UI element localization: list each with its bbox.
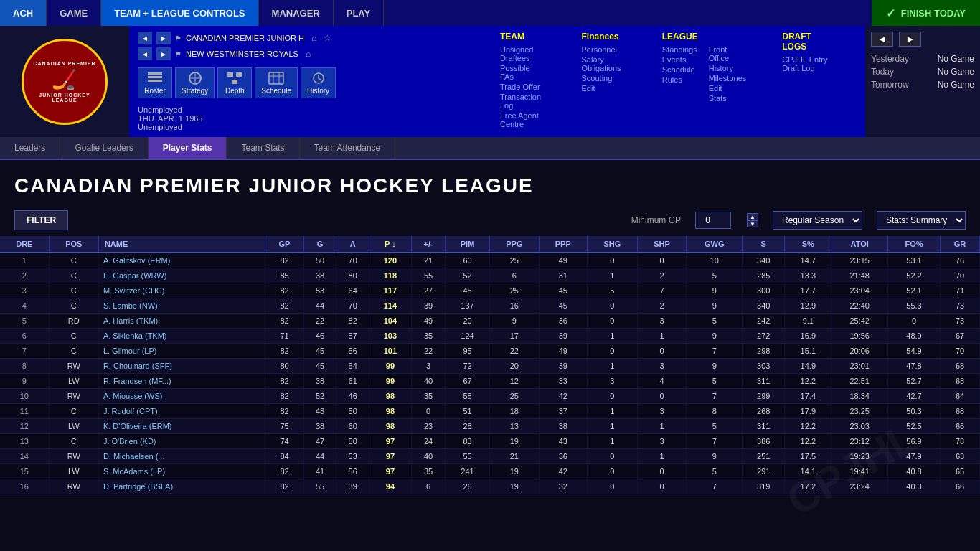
col-plusminus[interactable]: +/-	[411, 236, 446, 253]
salary-obligations-item[interactable]: Salary Obligations	[582, 55, 626, 73]
col-name[interactable]: NAME	[98, 236, 265, 253]
stats-scroll-area[interactable]: DRE POS NAME GP G A P ↓ +/- PIM PPG PPP …	[0, 236, 980, 494]
col-pim[interactable]: PIM	[446, 236, 489, 253]
tab-team-stats[interactable]: Team Stats	[227, 137, 299, 159]
free-agent-centre-item[interactable]: Free Agent Centre	[500, 110, 546, 129]
scouting-item[interactable]: Scouting	[582, 73, 626, 83]
trade-offer-item[interactable]: Trade Offer	[500, 82, 546, 92]
stat-cell: 49	[411, 314, 446, 329]
strategy-button[interactable]: Strategy	[175, 67, 215, 98]
col-gwg[interactable]: GWG	[687, 236, 743, 253]
filter-button[interactable]: FILTER	[14, 210, 68, 230]
svg-rect-0	[148, 72, 162, 75]
col-gr[interactable]: GR	[941, 236, 980, 253]
home-icon1[interactable]: ⌂	[311, 33, 316, 43]
col-p[interactable]: P ↓	[369, 236, 412, 253]
table-row[interactable]: 12LWK. D'Oliveira (ERM)75386098232813381…	[0, 419, 980, 434]
table-row[interactable]: 15LWS. McAdams (LP)824156973524119420052…	[0, 464, 980, 479]
back-button2[interactable]: ◄	[138, 47, 152, 60]
front-office-item[interactable]: Front Office	[709, 44, 747, 63]
tab-team-attendance[interactable]: Team Attendance	[300, 137, 396, 159]
min-gp-input[interactable]	[695, 212, 731, 229]
schedule-prev-button[interactable]: ◄	[871, 32, 893, 47]
bookmark-icon1[interactable]: ☆	[324, 33, 331, 43]
stat-cell: 1	[587, 359, 638, 374]
table-row[interactable]: 11CJ. Rudolf (CPT)8248509805118371382681…	[0, 404, 980, 419]
gp-down-button[interactable]: ▼	[747, 220, 758, 227]
stats-item[interactable]: Stats	[709, 93, 747, 103]
stat-cell: 49	[539, 253, 587, 268]
possible-fas-item[interactable]: Possible FAs	[500, 63, 546, 82]
table-row[interactable]: 10RWA. Miousse (WS)825246983558254200729…	[0, 389, 980, 404]
personnel-item[interactable]: Personnel	[582, 44, 626, 55]
table-row[interactable]: 14RWD. Michaelsen (...844453974055213601…	[0, 449, 980, 464]
season-dropdown[interactable]: Regular Season Playoffs All	[773, 211, 862, 230]
home-icon2[interactable]: ⌂	[306, 49, 311, 59]
forward-button2[interactable]: ►	[156, 47, 171, 60]
tab-leaders[interactable]: Leaders	[0, 137, 60, 159]
col-ppp[interactable]: PPP	[539, 236, 587, 253]
table-row[interactable]: 8RWR. Chouinard (SFF)8045549937220391393…	[0, 359, 980, 374]
unsigned-draftees-item[interactable]: Unsigned Draftees	[500, 44, 546, 63]
nav-game[interactable]: GAME	[47, 0, 101, 26]
team-menu: TEAM Unsigned Draftees Possible FAs Trad…	[500, 32, 546, 131]
col-a[interactable]: A	[336, 236, 369, 253]
table-row[interactable]: 13CJ. O'Brien (KD)7447509724831943137386…	[0, 434, 980, 449]
table-row[interactable]: 4CS. Lambe (NW)8244701143913716450293401…	[0, 298, 980, 314]
league-history-item[interactable]: History	[709, 63, 747, 73]
table-row[interactable]: 1CA. Galitskov (ERM)82507012021602549001…	[0, 253, 980, 268]
tab-goalie-leaders[interactable]: Goalie Leaders	[60, 137, 148, 159]
stats-type-dropdown[interactable]: Stats: Summary Stats: Detailed Stats: Go…	[877, 211, 966, 230]
nav-manager[interactable]: MANAGER	[259, 0, 334, 26]
transaction-log-item[interactable]: Transaction Log	[500, 92, 546, 110]
tomorrow-label: Tomorrow	[871, 80, 909, 90]
cpjhl-draft-log-item[interactable]: CPJHL Entry Draft Log	[782, 55, 838, 73]
stat-cell: 53	[336, 449, 369, 464]
table-row[interactable]: 2CE. Gaspar (WRW)85388011855526311252851…	[0, 268, 980, 283]
schedule-button[interactable]: Schedule	[255, 67, 298, 98]
team2-link[interactable]: NEW WESTMINSTER ROYALS	[186, 50, 298, 58]
team1-link[interactable]: CANADIAN PREMIER JUNIOR H	[186, 34, 304, 42]
stat-cell: RD	[49, 314, 98, 329]
schedule-next-button[interactable]: ►	[899, 32, 921, 47]
milestones-item[interactable]: Milestones	[709, 73, 747, 83]
table-row[interactable]: 3CM. Switzer (CHC)8253641172745254557930…	[0, 283, 980, 298]
col-shp[interactable]: SHP	[638, 236, 687, 253]
tab-player-stats[interactable]: Player Stats	[149, 137, 227, 159]
stat-cell: 39	[411, 298, 446, 314]
back-button[interactable]: ◄	[138, 32, 152, 44]
nav-ach[interactable]: ACH	[0, 0, 47, 26]
col-pos[interactable]: POS	[49, 236, 98, 253]
finish-today-button[interactable]: ✓ FINISH TODAY	[872, 0, 980, 26]
depth-button[interactable]: Depth	[217, 67, 252, 98]
roster-button[interactable]: Roster	[138, 67, 172, 98]
schedule-item[interactable]: Schedule	[662, 65, 697, 75]
events-item[interactable]: Events	[662, 55, 697, 65]
table-row[interactable]: 16RWD. Partridge (BSLA)82553994626193200…	[0, 479, 980, 494]
col-atoi[interactable]: ATOI	[831, 236, 887, 253]
rules-item[interactable]: Rules	[662, 75, 697, 85]
finances-edit-item[interactable]: Edit	[582, 83, 626, 93]
nav-team-league[interactable]: TEAM + LEAGUE CONTROLS	[101, 0, 258, 26]
table-row[interactable]: 5RDA. Harris (TKM)8222821044920936035242…	[0, 314, 980, 329]
forward-button[interactable]: ►	[156, 32, 171, 44]
col-ppg[interactable]: PPG	[489, 236, 539, 253]
standings-item[interactable]: Standings	[662, 44, 697, 55]
col-spct[interactable]: S%	[785, 236, 831, 253]
league-edit-item[interactable]: Edit	[709, 83, 747, 93]
table-row[interactable]: 6CA. Siklenka (TKM)714657103351241739119…	[0, 329, 980, 344]
col-fopct[interactable]: FO%	[887, 236, 940, 253]
col-dre[interactable]: DRE	[0, 236, 49, 253]
gp-up-button[interactable]: ▲	[747, 213, 758, 220]
col-gp[interactable]: GP	[265, 236, 303, 253]
name-cell: E. Gaspar (WRW)	[98, 268, 265, 283]
nav-play[interactable]: PLAY	[334, 0, 384, 26]
stat-cell: 18:34	[831, 389, 887, 404]
stat-cell: 22	[489, 344, 539, 359]
history-button[interactable]: History	[301, 67, 336, 98]
table-row[interactable]: 9LWR. Frandsen (MF...)823861994067123334…	[0, 374, 980, 389]
table-row[interactable]: 7CL. Gilmour (LP)82455610122952249007298…	[0, 344, 980, 359]
col-s[interactable]: S	[743, 236, 785, 253]
col-g[interactable]: G	[303, 236, 336, 253]
col-shg[interactable]: SHG	[587, 236, 638, 253]
